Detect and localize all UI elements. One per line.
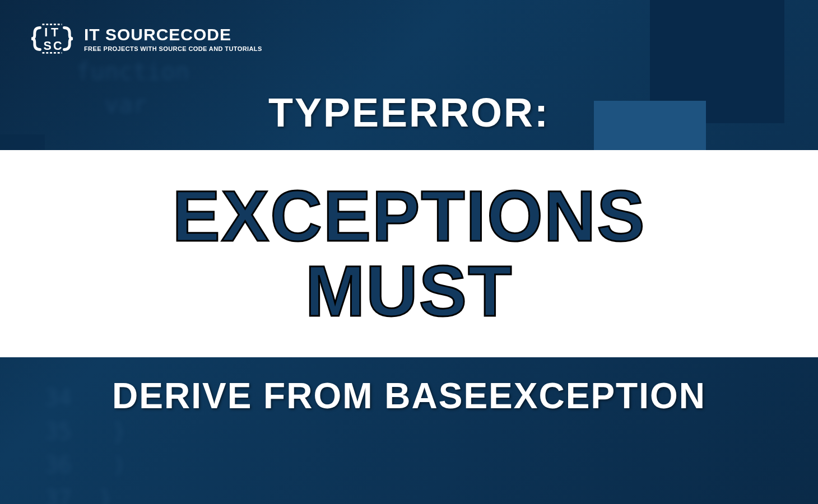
white-band: EXCEPTIONS MUST	[0, 150, 818, 357]
footer-text: DERIVE FROM BASEEXCEPTION	[0, 375, 818, 417]
logo-title: IT SOURCECODE	[84, 25, 262, 44]
svg-text:I: I	[44, 26, 48, 39]
svg-text:T: T	[51, 26, 58, 39]
logo-subtitle: FREE PROJECTS WITH SOURCE CODE AND TUTOR…	[84, 45, 262, 52]
svg-text:C: C	[53, 39, 62, 53]
logo-icon: I T S C	[30, 17, 74, 60]
logo: I T S C IT SOURCECODE FREE PROJECTS WITH…	[30, 17, 262, 60]
svg-text:S: S	[43, 39, 51, 53]
logo-text: IT SOURCECODE FREE PROJECTS WITH SOURCE …	[84, 25, 262, 52]
heading-typeerror: TYPEERROR:	[0, 90, 818, 136]
main-word-must: MUST	[305, 254, 513, 329]
main-word-exceptions: EXCEPTIONS	[172, 179, 645, 254]
